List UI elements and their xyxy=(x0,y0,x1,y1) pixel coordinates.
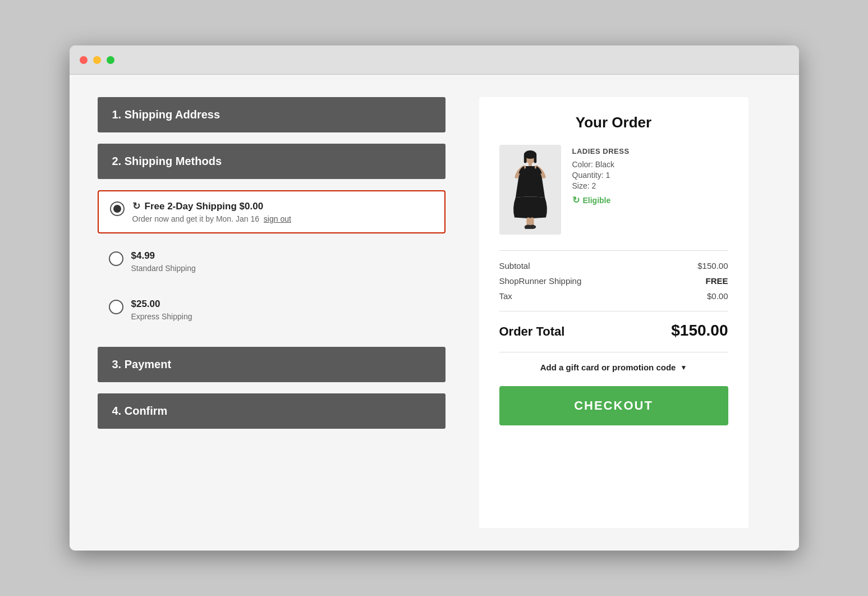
shipping-option-standard[interactable]: $4.99 Standard Shipping xyxy=(98,241,446,282)
radio-inner-free-2day xyxy=(113,205,121,213)
shipping-options-list: ↻ Free 2-Day Shipping $0.00 Order now an… xyxy=(98,190,446,330)
product-info: LADIES DRESS Color: Black Quantity: 1 Si… xyxy=(572,145,728,235)
step-confirm[interactable]: 4. Confirm xyxy=(98,393,446,429)
tax-row: Tax $0.00 xyxy=(499,291,728,301)
order-totals: Subtotal $150.00 ShopRunner Shipping FRE… xyxy=(499,250,728,301)
maximize-button[interactable] xyxy=(107,56,114,64)
promo-section: Add a gift card or promotion code ▼ xyxy=(499,352,728,373)
subtotal-label: Subtotal xyxy=(499,261,530,271)
promo-link[interactable]: Add a gift card or promotion code ▼ xyxy=(540,363,687,372)
page-content: 1. Shipping Address 2. Shipping Methods xyxy=(70,75,799,551)
shoprunner-icon-free-2day: ↻ xyxy=(132,200,140,212)
option-subtitle-standard: Standard Shipping xyxy=(131,264,434,273)
product-quantity: Quantity: 1 xyxy=(572,171,728,180)
option-price-express: $25.00 xyxy=(131,299,160,310)
eligible-badge: ↻ Eligible xyxy=(572,195,728,205)
right-column: Your Order xyxy=(479,97,748,528)
promo-label: Add a gift card or promotion code xyxy=(540,363,676,372)
close-button[interactable] xyxy=(80,56,88,64)
option-price-free-2day: Free 2-Day Shipping $0.00 xyxy=(145,201,264,212)
option-title-free-2day: ↻ Free 2-Day Shipping $0.00 xyxy=(132,200,433,212)
step-shipping-address[interactable]: 1. Shipping Address xyxy=(98,97,446,132)
step-payment-label: 3. Payment xyxy=(112,358,172,370)
radio-express xyxy=(109,300,123,314)
option-title-standard: $4.99 xyxy=(131,250,434,262)
svg-rect-4 xyxy=(529,163,532,166)
dress-illustration xyxy=(508,150,553,229)
option-title-express: $25.00 xyxy=(131,299,434,310)
order-title: Your Order xyxy=(499,114,728,131)
radio-free-2day xyxy=(110,201,125,216)
tax-value: $0.00 xyxy=(707,291,728,301)
shipping-option-free-2day[interactable]: ↻ Free 2-Day Shipping $0.00 Order now an… xyxy=(98,190,446,233)
eligible-label: Eligible xyxy=(583,196,611,205)
product-image xyxy=(499,145,561,235)
option-subtitle-free-2day: Order now and get it by Mon. Jan 16 sign… xyxy=(132,214,433,223)
order-total-value: $150.00 xyxy=(671,322,728,340)
option-subtitle-text-free-2day: Order now and get it by Mon. Jan 16 xyxy=(132,214,259,223)
product-section: LADIES DRESS Color: Black Quantity: 1 Si… xyxy=(499,145,728,235)
step-shipping-address-label: 1. Shipping Address xyxy=(112,108,221,121)
product-name: LADIES DRESS xyxy=(572,147,728,155)
left-column: 1. Shipping Address 2. Shipping Methods xyxy=(98,97,446,528)
subtotal-value: $150.00 xyxy=(697,261,728,271)
shoprunner-shipping-row: ShopRunner Shipping FREE xyxy=(499,276,728,286)
chevron-down-icon: ▼ xyxy=(680,364,687,372)
option-price-standard: $4.99 xyxy=(131,250,155,262)
step-shipping-methods[interactable]: 2. Shipping Methods xyxy=(98,144,446,179)
option-details-standard: $4.99 Standard Shipping xyxy=(131,250,434,273)
step-confirm-label: 4. Confirm xyxy=(112,405,168,417)
app-window: 1. Shipping Address 2. Shipping Methods xyxy=(70,45,799,551)
subtotal-row: Subtotal $150.00 xyxy=(499,261,728,271)
step-shipping-methods-label: 2. Shipping Methods xyxy=(112,155,222,167)
order-total-label: Order Total xyxy=(499,324,565,339)
product-color: Color: Black xyxy=(572,160,728,169)
option-details-express: $25.00 Express Shipping xyxy=(131,299,434,321)
svg-rect-10 xyxy=(529,227,531,229)
shipping-option-express[interactable]: $25.00 Express Shipping xyxy=(98,290,446,330)
shipping-methods-section: 2. Shipping Methods ↻ Free 2-Day Shippin… xyxy=(98,144,446,330)
traffic-lights xyxy=(80,56,114,64)
checkout-button[interactable]: CHECKOUT xyxy=(499,386,728,425)
svg-rect-9 xyxy=(525,227,526,229)
titlebar xyxy=(70,45,799,75)
step-payment[interactable]: 3. Payment xyxy=(98,347,446,382)
option-details-free-2day: ↻ Free 2-Day Shipping $0.00 Order now an… xyxy=(132,200,433,223)
order-total-row: Order Total $150.00 xyxy=(499,322,728,340)
minimize-button[interactable] xyxy=(93,56,101,64)
svg-rect-2 xyxy=(523,154,526,163)
shoprunner-shipping-value: FREE xyxy=(705,276,728,286)
shoprunner-eligible-icon: ↻ xyxy=(572,195,580,205)
product-size: Size: 2 xyxy=(572,181,728,190)
option-subtitle-express: Express Shipping xyxy=(131,312,434,321)
order-total-section: Order Total $150.00 xyxy=(499,311,728,340)
svg-rect-3 xyxy=(534,154,536,163)
tax-label: Tax xyxy=(499,291,512,301)
sign-out-link[interactable]: sign out xyxy=(264,214,291,223)
radio-standard xyxy=(109,251,123,266)
shoprunner-shipping-label: ShopRunner Shipping xyxy=(499,276,582,286)
